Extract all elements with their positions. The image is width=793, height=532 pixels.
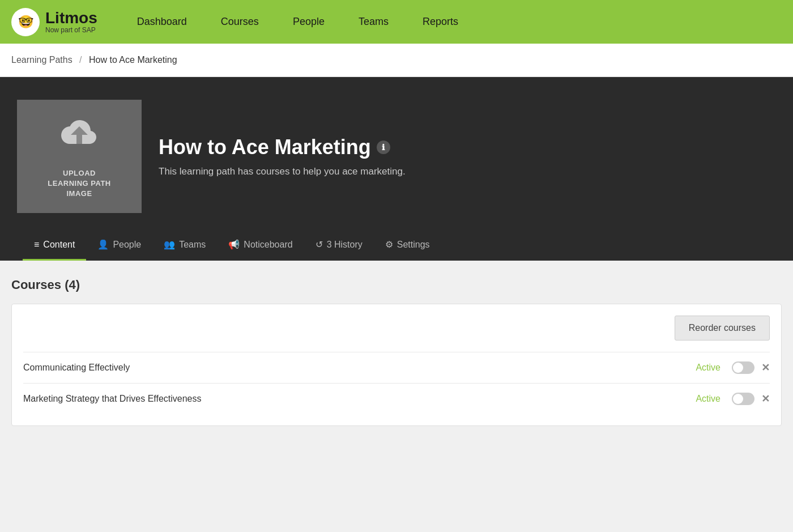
courses-header: Courses (4) [11, 278, 782, 292]
content-area: Courses (4) Reorder courses Communicatin… [0, 261, 793, 487]
reorder-row: Reorder courses [23, 316, 770, 341]
people-tab-icon: 👤 [97, 239, 109, 250]
tabs-bar: ≡ Content 👤 People 👥 Teams 📢 Noticeboard… [17, 230, 776, 261]
history-tab-icon: ↺ [316, 239, 323, 250]
hero-info: How to Ace Marketing ℹ This learning pat… [159, 135, 406, 177]
course-status: Active [687, 363, 720, 373]
upload-label: UPLOADLEARNING PATHIMAGE [48, 168, 110, 199]
nav-courses[interactable]: Courses [204, 0, 276, 44]
tab-teams[interactable]: 👥 Teams [152, 230, 217, 261]
course-status: Active [687, 394, 720, 404]
tab-content[interactable]: ≡ Content [23, 231, 86, 261]
nav-links: Dashboard Courses People Teams Reports [120, 0, 475, 44]
hero-description: This learning path has courses to help y… [159, 166, 406, 177]
hero-title-text: How to Ace Marketing [159, 135, 371, 159]
logo-sub: Now part of SAP [45, 26, 97, 34]
content-tab-icon: ≡ [34, 240, 39, 250]
noticeboard-tab-icon: 📢 [228, 239, 240, 250]
logo-area: 🤓 Litmos Now part of SAP [11, 8, 97, 36]
tab-teams-label: Teams [179, 240, 206, 250]
breadcrumb: Learning Paths / How to Ace Marketing [0, 44, 793, 77]
tab-settings[interactable]: ⚙ Settings [374, 230, 441, 261]
nav-teams[interactable]: Teams [342, 0, 406, 44]
course-name: Marketing Strategy that Drives Effective… [23, 394, 687, 404]
table-row: Communicating Effectively Active ✕ [23, 352, 770, 383]
teams-tab-icon: 👥 [164, 239, 175, 250]
nav-dashboard[interactable]: Dashboard [120, 0, 204, 44]
breadcrumb-parent[interactable]: Learning Paths [11, 55, 73, 65]
courses-card: Reorder courses Communicating Effectivel… [11, 304, 782, 426]
nav-people[interactable]: People [276, 0, 342, 44]
upload-cloud-icon [57, 114, 102, 163]
logo-icon: 🤓 [11, 8, 40, 36]
hero-section: UPLOADLEARNING PATHIMAGE How to Ace Mark… [0, 77, 793, 261]
tab-settings-label: Settings [397, 240, 430, 250]
upload-image-box[interactable]: UPLOADLEARNING PATHIMAGE [17, 100, 142, 213]
breadcrumb-separator: / [79, 55, 82, 65]
logo-title: Litmos [45, 10, 97, 26]
breadcrumb-current: How to Ace Marketing [89, 55, 177, 65]
course-toggle[interactable] [732, 361, 754, 374]
tab-noticeboard-label: Noticeboard [244, 240, 292, 250]
hero-title: How to Ace Marketing ℹ [159, 135, 406, 159]
tab-people-label: People [113, 240, 141, 250]
reorder-courses-button[interactable]: Reorder courses [675, 316, 770, 341]
table-row: Marketing Strategy that Drives Effective… [23, 383, 770, 414]
settings-tab-icon: ⚙ [385, 239, 393, 250]
hero-content: UPLOADLEARNING PATHIMAGE How to Ace Mark… [17, 100, 776, 213]
delete-course-icon[interactable]: ✕ [761, 361, 770, 374]
tab-people[interactable]: 👤 People [86, 230, 152, 261]
info-icon[interactable]: ℹ [377, 141, 390, 154]
tab-history[interactable]: ↺ 3 History [304, 230, 374, 261]
nav-reports[interactable]: Reports [406, 0, 475, 44]
nav-bar: 🤓 Litmos Now part of SAP Dashboard Cours… [0, 0, 793, 44]
delete-course-icon[interactable]: ✕ [761, 393, 770, 405]
logo-text-block: Litmos Now part of SAP [45, 10, 97, 34]
tab-content-label: Content [43, 240, 75, 250]
course-toggle[interactable] [732, 393, 754, 405]
tab-noticeboard[interactable]: 📢 Noticeboard [217, 230, 304, 261]
course-name: Communicating Effectively [23, 363, 687, 373]
tab-history-label: 3 History [327, 240, 363, 250]
